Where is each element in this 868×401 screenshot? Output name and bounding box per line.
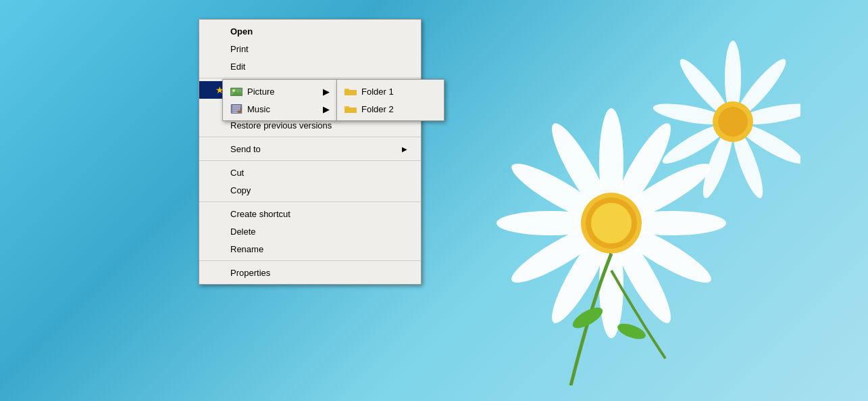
- separator-3: [199, 160, 421, 161]
- music-arrow: ▶: [323, 104, 330, 114]
- separator-2: [199, 137, 421, 137]
- submenu-item-folder1[interactable]: Folder 1: [337, 82, 444, 100]
- menu-item-delete[interactable]: Delete: [199, 222, 421, 240]
- svg-rect-33: [232, 105, 240, 107]
- create-shortcut-icon: [213, 208, 226, 219]
- rename-icon: [213, 243, 226, 254]
- svg-point-37: [238, 110, 241, 113]
- print-icon: [213, 43, 226, 54]
- separator-4: [199, 202, 421, 202]
- menu-item-cut[interactable]: Cut: [199, 164, 421, 181]
- menu-item-properties[interactable]: Properties: [199, 264, 421, 281]
- cut-icon: [213, 167, 226, 178]
- context-menu: Open Print Edit ★ My Menu ▶ Open with ▶: [199, 19, 422, 285]
- menu-item-create-shortcut[interactable]: Create shortcut: [199, 205, 421, 222]
- picture-arrow: ▶: [323, 87, 330, 97]
- open-icon: [213, 26, 226, 37]
- submenu-my-menu: Picture ▶ Music ▶: [222, 79, 337, 121]
- separator-5: [199, 260, 421, 261]
- svg-point-30: [232, 89, 235, 92]
- svg-point-25: [718, 107, 748, 137]
- copy-icon: [213, 185, 226, 195]
- menu-item-print[interactable]: Print: [199, 40, 421, 57]
- picture-icon: [230, 86, 243, 97]
- folder2-icon: [344, 103, 357, 114]
- svg-point-14: [591, 203, 632, 243]
- music-icon: [230, 103, 243, 114]
- properties-icon: [213, 267, 226, 278]
- restore-icon: [213, 120, 226, 131]
- folder1-icon: [344, 86, 357, 97]
- svg-rect-34: [232, 108, 240, 109]
- send-to-icon: [213, 143, 226, 154]
- submenu-item-picture[interactable]: Picture ▶: [223, 82, 336, 100]
- menu-item-rename[interactable]: Rename: [199, 240, 421, 258]
- menu-item-open[interactable]: Open: [199, 22, 421, 40]
- menu-item-send-to[interactable]: Send to ▶: [199, 140, 421, 158]
- menu-item-edit[interactable]: Edit: [199, 57, 421, 75]
- submenu-item-folder2[interactable]: Folder 2: [337, 100, 444, 118]
- edit-icon: [213, 61, 226, 72]
- desktop: [0, 0, 868, 401]
- menu-item-copy[interactable]: Copy: [199, 181, 421, 199]
- flower-decoration: [395, 34, 800, 385]
- submenu-folders: Folder 1 Folder 2: [336, 79, 444, 121]
- separator-1: [199, 78, 421, 78]
- send-to-arrow: ▶: [402, 145, 407, 153]
- submenu-item-music[interactable]: Music ▶: [223, 100, 336, 118]
- delete-icon: [213, 226, 226, 237]
